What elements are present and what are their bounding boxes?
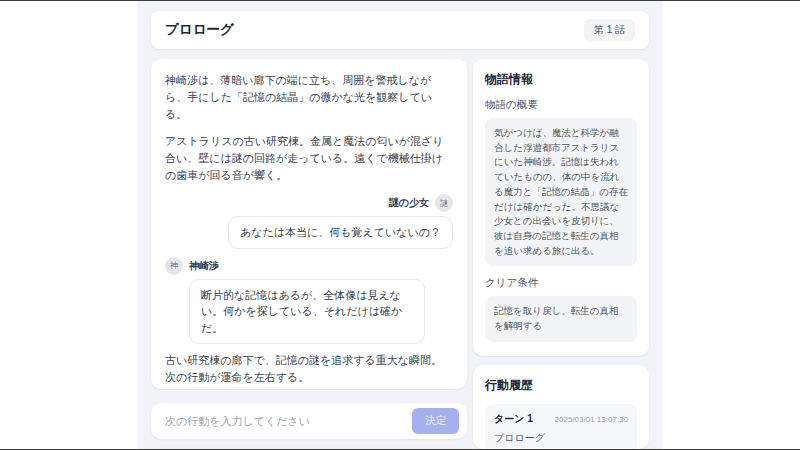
turn-label: ターン 1 bbox=[494, 412, 533, 426]
sidebar: 物語情報 物語の概要 気がつけば、魔法と科学が融合した浮遊都市アストラリスにいた… bbox=[473, 59, 649, 449]
dialogue-bubble: あなたは本当に、何も覚えていないの？ bbox=[228, 216, 453, 249]
speaker-avatar: 謎 bbox=[435, 194, 453, 212]
main-column: 神崎渉は、薄暗い廊下の端に立ち、周囲を警戒しながら、手にした「記憶の結晶」の微か… bbox=[151, 59, 467, 439]
dialogue-protagonist: 神 神崎渉 断片的な記憶はあるが、全体像は見えない。何かを探している、それだけは… bbox=[165, 257, 453, 345]
history-entry: ターン 1 2025/03/01 13:07:30 プロローグ bbox=[485, 404, 637, 449]
action-history-panel: 行動履歴 ターン 1 2025/03/01 13:07:30 プロローグ bbox=[473, 365, 649, 449]
action-input-bar: 決定 bbox=[151, 403, 467, 439]
submit-button[interactable]: 決定 bbox=[412, 408, 459, 434]
episode-badge: 第 1 話 bbox=[584, 19, 635, 41]
speaker-avatar: 神 bbox=[165, 257, 183, 275]
clear-condition: 記憶を取り戻し、転生の真相を解明する bbox=[485, 296, 637, 341]
story-panel: 神崎渉は、薄暗い廊下の端に立ち、周囲を警戒しながら、手にした「記憶の結晶」の微か… bbox=[151, 59, 467, 389]
summary-label: 物語の概要 bbox=[485, 98, 637, 112]
dialogue-header: 神 神崎渉 bbox=[165, 257, 453, 275]
history-entry-label: プロローグ bbox=[494, 431, 628, 445]
history-entry-header: ターン 1 2025/03/01 13:07:30 bbox=[494, 412, 628, 426]
story-paragraph: 神崎渉は、薄暗い廊下の端に立ち、周囲を警戒しながら、手にした「記憶の結晶」の微か… bbox=[165, 72, 453, 123]
app-container: プロローグ 第 1 話 神崎渉は、薄暗い廊下の端に立ち、周囲を警戒しながら、手に… bbox=[138, 1, 662, 449]
story-paragraph: 古い研究棟の廊下で、記憶の謎を追求する重大な瞬間。次の行動が運命を左右する。 bbox=[165, 352, 453, 386]
speaker-name: 神崎渉 bbox=[189, 259, 219, 273]
story-info-panel: 物語情報 物語の概要 気がつけば、魔法と科学が融合した浮遊都市アストラリスにいた… bbox=[473, 59, 649, 356]
speaker-name: 謎の少女 bbox=[389, 196, 429, 210]
dialogue-header: 謎の少女 謎 bbox=[165, 194, 453, 212]
story-paragraph: アストラリスの古い研究棟。金属と魔法の匂いが混ざり合い、壁には謎の回路が走ってい… bbox=[165, 133, 453, 184]
story-summary: 気がつけば、魔法と科学が融合した浮遊都市アストラリスにいた神崎渉。記憶は失われて… bbox=[485, 118, 637, 266]
story-info-title: 物語情報 bbox=[485, 71, 637, 88]
content-columns: 神崎渉は、薄暗い廊下の端に立ち、周囲を警戒しながら、手にした「記憶の結晶」の微か… bbox=[151, 59, 649, 439]
action-input[interactable] bbox=[165, 415, 404, 427]
dialogue-bubble: 断片的な記憶はあるが、全体像は見えない。何かを探している、それだけは確かだ。 bbox=[189, 279, 425, 345]
header-bar: プロローグ 第 1 話 bbox=[151, 11, 649, 49]
screen: プロローグ 第 1 話 神崎渉は、薄暗い廊下の端に立ち、周囲を警戒しながら、手に… bbox=[0, 0, 800, 450]
page-title: プロローグ bbox=[165, 21, 234, 39]
clear-condition-label: クリア条件 bbox=[485, 276, 637, 290]
timestamp: 2025/03/01 13:07:30 bbox=[555, 415, 628, 424]
dialogue-mystery-girl: 謎の少女 謎 あなたは本当に、何も覚えていないの？ bbox=[165, 194, 453, 249]
action-history-title: 行動履歴 bbox=[485, 377, 637, 394]
